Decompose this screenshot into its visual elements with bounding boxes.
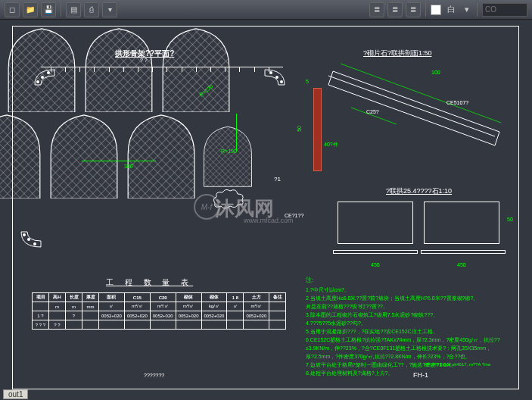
table-subheader-row: mm mm㎡m³/㎡ m³/㎡m³/㎡kg/㎡ ㎡m³/㎡	[33, 302, 286, 311]
command-input[interactable]	[482, 3, 527, 17]
note-line: 2.当填土高度H≤6.0米??置?前?墙块；当填土高度H?6.0米??置浆砌?砌…	[306, 294, 518, 302]
block-elevation	[424, 202, 499, 244]
quantity-table-title: 工 程 数 量 表	[106, 277, 193, 288]
note-line: 4.???5??5水泥砂??勾?。	[306, 319, 518, 327]
svg-line-13	[333, 71, 499, 132]
svg-line-11	[328, 85, 495, 145]
svg-point-7	[269, 71, 272, 74]
note-line: 8.处程平台处理材料及?满格?上方?。	[306, 369, 518, 377]
note-line: ≥3.9KN/m，伸??23%，?合?CE0F131塑格土工格根技术要?：网孔3…	[306, 344, 518, 352]
callout-text: CE?1??	[285, 213, 303, 218]
label-text: CE5107?	[446, 100, 468, 105]
main-toolbar: ◻ 📁 💾 ▤ ⎙ ▾ ≣ ≣ ≣ 白 ▾	[0, 0, 532, 20]
tool-layer2-icon[interactable]: ≣	[387, 2, 403, 17]
dimension-line	[82, 161, 156, 161]
tool-window-dropdown-icon[interactable]: ▾	[102, 2, 117, 17]
corner-ornament-icon	[263, 68, 286, 86]
section-title: ?砌片石?联拱剖面1:50	[363, 48, 432, 58]
note-line: 6.CE152C塑格土工格根?抗拉强?TAKx74mm，厚?2.3mm，?密度4…	[306, 336, 518, 344]
dimension-text: 300	[124, 164, 133, 169]
dimension-text: R=190	[221, 148, 237, 154]
svg-point-2	[36, 80, 39, 83]
note-line: 5.当用于混凝路拱???，?在实地??设CE152C注土工格。	[306, 327, 518, 336]
block-base	[421, 250, 506, 254]
svg-line-14	[328, 71, 333, 85]
svg-line-15	[495, 132, 499, 145]
block-elevation	[338, 202, 413, 244]
dropdown-icon[interactable]: ▾	[462, 5, 472, 14]
bar-section	[313, 88, 322, 171]
svg-point-9	[27, 238, 30, 241]
dimension-text: 40?件	[324, 141, 338, 148]
svg-point-10	[33, 242, 36, 245]
svg-point-6	[275, 76, 278, 79]
separator	[61, 3, 61, 17]
tool-save-icon[interactable]: 💾	[41, 2, 56, 17]
svg-point-8	[23, 233, 26, 236]
separator	[425, 3, 426, 17]
note-line: 3.除本图的工程砌片石砌筑工?级用7.5水泥砂?砌筑???。	[306, 311, 518, 319]
svg-point-3	[41, 76, 44, 79]
beam-section-view: C25? CE5107? 100	[306, 62, 502, 153]
svg-point-4	[47, 71, 50, 74]
dimension-text: 50	[507, 217, 513, 222]
arch-shape	[0, 114, 44, 198]
arch-shape	[124, 114, 198, 198]
dimension-text: 450	[457, 262, 466, 267]
revision-cloud-icon	[212, 188, 245, 209]
tool-layer1-icon[interactable]: ≣	[369, 2, 384, 17]
arch-shape	[159, 27, 233, 112]
svg-line-12	[328, 76, 495, 136]
dimension-text: 50	[297, 126, 302, 132]
dimension-line	[236, 114, 237, 152]
svg-line-16	[341, 64, 501, 123]
footer-text: ???????	[144, 373, 164, 378]
svg-text:C25?: C25?	[366, 109, 379, 114]
arch-shape	[82, 27, 156, 112]
tool-open-icon[interactable]: 📁	[23, 2, 38, 17]
block-base	[333, 250, 418, 254]
color-label: 白	[444, 4, 459, 15]
tool-plot-icon[interactable]: ⎙	[84, 2, 99, 17]
color-swatch[interactable]	[431, 5, 441, 15]
svg-point-5	[280, 80, 283, 83]
callout-text: ?1	[274, 176, 281, 183]
notes-title: 注:	[306, 276, 518, 284]
arch-shape	[47, 114, 121, 198]
layout-tab[interactable]: out1	[3, 389, 28, 399]
tool-new-icon[interactable]: ◻	[5, 2, 20, 17]
dimension-text: 5	[306, 79, 309, 84]
dimension-text: 450	[371, 262, 380, 267]
dimension-text: 100	[431, 70, 440, 75]
corner-ornament-icon	[33, 68, 56, 86]
note-line: 厚?2.5mm，?件密度370g/㎡,抗拉??2.8KN/m，伸长?23%，?合…	[306, 352, 518, 361]
corner-ornament-icon	[20, 230, 42, 248]
separator	[477, 3, 478, 17]
table-row: 1 ?? 0052+0200052+020 0052+0200052+02000…	[33, 311, 286, 320]
sheet-number: FH-1	[413, 371, 428, 379]
arch-shape	[201, 114, 254, 198]
tool-layer3-icon[interactable]: ≣	[406, 2, 421, 17]
table-header-row: 项目高H长度 厚度面积C15 C20砌体砌体 1 8土方备注	[33, 293, 286, 302]
footer-note: XPORTBlock ok4617, m??A ?ine	[424, 362, 490, 367]
drawing-canvas[interactable]: 拱形骨架??平面? ? ? R=120 R=190 300 ?1 CE?1?? …	[0, 20, 532, 391]
note-line: 1.?中尺寸以cm?。	[306, 286, 518, 294]
note-line: 并且在前??墙格???设?灯??置??。	[306, 302, 518, 311]
section-title: ?联拱25.4????石1:10	[386, 186, 452, 196]
tool-layers-icon[interactable]: ▤	[66, 2, 81, 17]
table-row: ? ? ?? ?	[33, 320, 286, 330]
quantity-table: 项目高H长度 厚度面积C15 C20砌体砌体 1 8土方备注 mm mm㎡m³/…	[32, 292, 286, 330]
